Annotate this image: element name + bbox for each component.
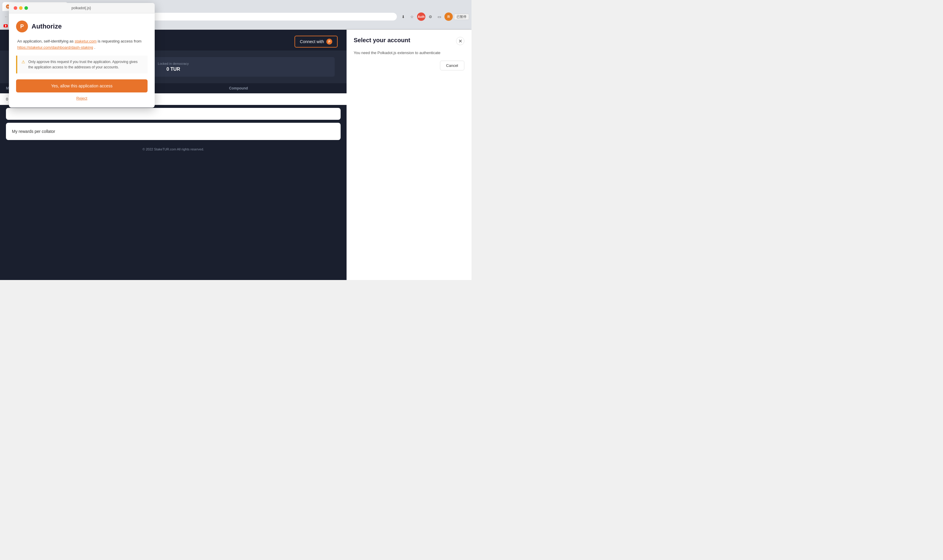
authorize-title: Authorize — [31, 23, 62, 30]
footer: © 2022 StakeTUR.com All rights reserved. — [0, 143, 347, 155]
polkadot-description: You need the Polkadot.js extension to au… — [354, 50, 465, 56]
browser-actions: ⬇ ☆ Auth ⚙ ▭ R 已暂停 — [399, 12, 469, 21]
rewards-card: My rewards per collator — [6, 123, 341, 140]
compound-header: Compound — [229, 86, 341, 90]
warning-text: Only approve this request if you trust t… — [28, 59, 144, 70]
polkadot-logo: P — [16, 20, 28, 32]
popup-titlebar: polkadot{.js} — [9, 3, 155, 13]
profile-button[interactable]: R — [444, 12, 453, 21]
right-panel-header: Select your account ✕ — [354, 37, 465, 45]
close-traffic-light[interactable] — [14, 6, 17, 10]
youtube-play-icon — [5, 25, 7, 27]
popup-window-title: polkadot{.js} — [30, 6, 132, 10]
auth-extension-button[interactable]: Auth — [417, 12, 425, 21]
cancel-button[interactable]: Cancel — [440, 61, 465, 71]
stop-button[interactable]: 已暂停 — [454, 14, 469, 20]
download-icon[interactable]: ⬇ — [399, 13, 407, 20]
traffic-lights — [14, 6, 28, 10]
request-text-2: is requesting access from — [97, 39, 141, 43]
bookmark-icon[interactable]: ☆ — [408, 13, 416, 20]
popup-header-row: P Authorize — [16, 20, 148, 32]
youtube-icon — [3, 25, 8, 27]
right-panel-close-button[interactable]: ✕ — [456, 37, 465, 45]
reject-link[interactable]: Reject — [16, 96, 148, 100]
dashboard-link[interactable]: https://staketur.com/dashboard/dash-stak… — [17, 45, 93, 50]
sidebar-icon[interactable]: ▭ — [435, 13, 443, 20]
request-end: . — [94, 45, 96, 50]
polkadot-popup-window: polkadot{.js} P Authorize An application… — [9, 3, 155, 108]
connect-with-label: Connect with — [300, 39, 324, 44]
connect-with-button[interactable]: Connect with P — [295, 36, 338, 48]
select-account-title: Select your account — [354, 37, 410, 44]
popup-body: P Authorize An application, self-identif… — [9, 13, 155, 108]
right-panel: Select your account ✕ You need the Polka… — [347, 30, 471, 280]
request-text-1: An application, self-identifying as — [17, 39, 74, 43]
minimize-traffic-light[interactable] — [19, 6, 23, 10]
rewards-title: My rewards per collator — [12, 129, 56, 134]
request-text: An application, self-identifying as stak… — [16, 38, 148, 51]
white-card-1 — [6, 108, 341, 120]
staketur-link[interactable]: staketur.com — [75, 39, 97, 43]
extensions-icon[interactable]: ⚙ — [427, 13, 434, 20]
allow-access-button[interactable]: Yes, allow this application access — [16, 79, 148, 92]
warning-box: ⚠ Only approve this request if you trust… — [16, 55, 148, 74]
warning-icon: ⚠ — [22, 60, 25, 64]
maximize-traffic-light[interactable] — [25, 6, 28, 10]
polkadot-small-icon: P — [326, 38, 332, 45]
